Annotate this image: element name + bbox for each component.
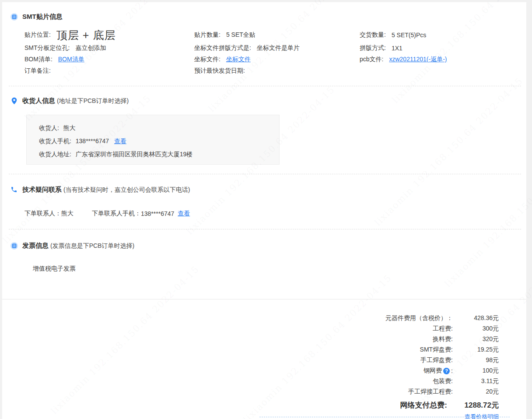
field-label: 贴片数量: [194,31,220,39]
field-order-remark: 订单备注: [24,65,194,77]
coord-file-link[interactable]: 坐标文件 [226,56,251,63]
fee-label: 元器件费用（含税价）： [385,314,453,322]
receiver-section-subtitle: (地址是下PCB订单时选择) [57,97,129,105]
price-detail-link[interactable]: 查看价格明细 [465,413,499,419]
field-label: 坐标文件拼版方式是: [194,44,251,52]
field-label: 订单备注: [24,67,51,75]
fee-row-engineering: 工程费: 300元 [311,324,499,334]
field-label: SMT分板定位孔: [24,44,70,52]
field-value: 嘉立创添加 [75,44,106,52]
field-value: 坐标文件是单片 [257,44,300,52]
fee-value: 19.25元 [453,346,499,354]
total-label: 网络支付总费: [400,400,447,410]
contact-name-label: 下单联系人： [24,210,61,218]
contact-name-pair: 下单联系人： 熊大 [24,210,74,218]
field-value: 5 SET全贴 [226,31,256,39]
field-mount-position: 贴片位置: 顶层 + 底层 [24,28,194,42]
field-mount-qty: 贴片数量: 5 SET全贴 [194,28,360,42]
contact-phone-pair: 下单联系人手机： 138****6747 查看 [92,210,190,218]
fee-row-smt-pad: SMT焊盘费: 19.25元 [311,345,499,355]
contact-row: 下单联系人： 熊大 下单联系人手机： 138****6747 查看 [24,209,190,218]
fee-total-row: 网络支付总费: 1288.72元 [311,398,499,412]
view-phone-link[interactable]: 查看 [114,137,126,144]
smt-section-title: SMT贴片信息 [22,13,63,21]
fee-label: 手工焊盘费: [420,356,453,364]
receiver-phone: 138****6747 [76,137,109,144]
invoice-section-subtitle: (发票信息是下PCB订单时选择) [50,242,134,250]
phone-icon [10,186,18,194]
fee-label: 工程费: [433,325,453,333]
section-divider [2,299,526,299]
field-earliest-ship-date: 预计最快发货日期: [194,65,360,77]
order-detail-card: SMT贴片信息 贴片位置: 顶层 + 底层 SMT分板定位孔: 嘉立创添加 BO… [2,2,526,419]
view-contact-phone-link[interactable]: 查看 [178,210,190,218]
invoice-type: 增值税电子发票 [33,265,76,273]
receiver-section-header: 收货人信息 (地址是下PCB订单时选择) [10,97,129,105]
contact-phone: 138****6747 [141,210,174,217]
field-value: 1X1 [392,45,402,52]
total-value: 1288.72元 [447,400,499,410]
fee-row-hand-pad: 手工焊盘费: 98元 [311,355,499,366]
receiver-address: 广东省深圳市福田区景田奥林匹克大厦19楼 [76,151,193,158]
fee-row-packing: 包装费: 3.11元 [311,376,499,387]
fee-value: 320元 [453,335,499,343]
receiver-phone-line: 收货人手机: 138****6747 查看 [39,134,279,148]
receiver-info-box: 收货人: 熊大 收货人手机: 138****6747 查看 收货人地址: 广东省… [26,115,280,165]
field-delivery-qty: 交货数量: 5 SET(5)Pcs [360,28,518,42]
fee-value: 428.36元 [453,314,499,322]
dashed-divider [9,229,521,229]
contact-name: 熊大 [61,210,74,218]
contact-section-title: 技术疑问联系 [22,186,62,194]
fee-value: 100元 [453,367,499,375]
field-panel-mode: 拼版方式: 1X1 [360,42,518,54]
fee-label: 包装费: [433,377,453,385]
smt-column-1: 贴片位置: 顶层 + 底层 SMT分板定位孔: 嘉立创添加 BOM清单: BOM… [24,28,194,77]
bottom-panel-edge [259,417,510,417]
location-pin-icon [10,97,18,105]
smt-column-2: 贴片数量: 5 SET全贴 坐标文件拼版方式是: 坐标文件是单片 坐标文件: 坐… [194,28,360,77]
field-panel-hole: SMT分板定位孔: 嘉立创添加 [24,42,194,54]
receiver-name-line: 收货人: 熊大 [39,121,279,134]
dashed-divider [9,86,521,86]
fee-value: 3.11元 [453,377,499,385]
fees-summary: 元器件费用（含税价）： 428.36元 工程费: 300元 换料费: 320元 … [311,313,499,419]
field-label: 坐标文件: [194,56,220,63]
field-label: 拼版方式: [360,44,386,52]
field-bom: BOM清单: BOM清单 [24,54,194,65]
receiver-phone-label: 收货人手机: [39,137,71,144]
smt-info-icon [10,13,18,21]
contact-section-subtitle: (当有技术疑问时，嘉立创公司会联系以下电话) [63,186,190,194]
receiver-address-label: 收货人地址: [39,151,71,158]
field-pcb-file: pcb文件: xzw20211201(-返单-) [360,54,518,65]
contact-section-header: 技术疑问联系 (当有技术疑问时，嘉立创公司会联系以下电话) [10,186,190,194]
fee-row-components: 元器件费用（含税价）： 428.36元 [311,313,499,324]
receiver-name-label: 收货人: [39,124,59,131]
field-value: 顶层 + 底层 [56,28,116,42]
stencil-fee-label: 钢网费 [424,367,442,375]
contact-phone-label: 下单联系人手机： [92,210,141,218]
help-icon[interactable]: ? [443,368,450,374]
receiver-section-title: 收货人信息 [22,97,55,105]
fee-value: 98元 [453,356,499,364]
invoice-section-title: 发票信息 [22,242,49,250]
field-coord-panel-mode: 坐标文件拼版方式是: 坐标文件是单片 [194,42,360,54]
receiver-name: 熊大 [63,124,76,131]
fee-value: 300元 [453,325,499,333]
field-label: 贴片位置: [24,31,51,39]
bom-list-link[interactable]: BOM清单 [58,56,84,63]
pcb-file-link[interactable]: xzw20211201(-返单-) [389,56,447,63]
dashed-divider [9,174,521,174]
fee-label: 手工焊接工程费: [408,388,453,396]
fee-label: SMT焊盘费: [420,346,453,354]
smt-fields: 贴片位置: 顶层 + 底层 SMT分板定位孔: 嘉立创添加 BOM清单: BOM… [24,28,518,77]
fee-value: 20元 [453,388,499,396]
invoice-section-header: 发票信息 (发票信息是下PCB订单时选择) [10,242,134,250]
field-coord-file: 坐标文件: 坐标文件 [194,54,360,65]
fee-label: 换料费: [433,335,453,343]
field-label: 交货数量: [360,31,386,39]
field-value: 5 SET(5)Pcs [392,32,426,39]
fee-row-material-change: 换料费: 320元 [311,334,499,345]
fee-detail-row: 查看价格明细 [311,412,499,419]
field-label: BOM清单: [24,56,52,63]
invoice-icon [10,242,18,250]
